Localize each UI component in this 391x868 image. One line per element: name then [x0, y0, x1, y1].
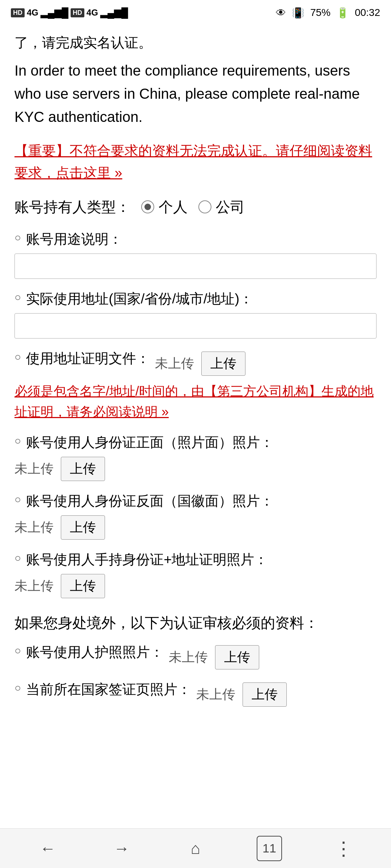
- radio-company-circle[interactable]: [198, 200, 211, 213]
- radio-company[interactable]: 公司: [198, 197, 245, 217]
- upload-row-5: 未上传 上传: [14, 515, 377, 540]
- time-display: 00:32: [355, 7, 380, 18]
- signal-bars-2: ▂▄▆█: [100, 7, 128, 18]
- bullet-8: ○: [14, 682, 21, 694]
- status-right: 👁 📳 75% 🔋 00:32: [276, 7, 380, 19]
- field-id-holding-label: ○ 账号使用人手持身份证+地址证明照片：: [14, 550, 377, 569]
- upload-btn-4[interactable]: 上传: [61, 457, 105, 481]
- upload-btn-7[interactable]: 上传: [215, 645, 259, 669]
- status-left: HD 4G ▂▄▆█ HD 4G ▂▄▆█: [11, 7, 128, 18]
- not-uploaded-8: 未上传: [196, 686, 235, 703]
- field-address-doc: ○ 使用地址证明文件： 未上传 上传 必须是包含名字/地址/时间的，由【第三方公…: [14, 349, 377, 422]
- back-icon: ←: [40, 839, 56, 858]
- not-uploaded-4: 未上传: [14, 460, 54, 478]
- field-id-back-label: ○ 账号使用人身份证反面（国徽面）照片：: [14, 492, 377, 510]
- field-id-front: ○ 账号使用人身份证正面（照片面）照片： 未上传 上传: [14, 433, 377, 481]
- hd-badge-1: HD: [11, 8, 25, 17]
- field-visa: ○ 当前所在国家签证页照片： 未上传 上传: [14, 680, 377, 707]
- upload-btn-5[interactable]: 上传: [61, 515, 105, 540]
- overseas-note: 如果您身处境外，以下为认证审核必须的资料：: [14, 611, 377, 634]
- tabs-button[interactable]: 11: [255, 834, 284, 863]
- address-doc-link[interactable]: 必须是包含名字/地址/时间的，由【第三方公司机构】生成的地址证明，请务必阅读说明…: [14, 381, 377, 422]
- upload-row-6: 未上传 上传: [14, 574, 377, 598]
- not-uploaded-5: 未上传: [14, 519, 54, 536]
- radio-personal[interactable]: 个人: [141, 197, 188, 217]
- field-address-doc-label: ○ 使用地址证明文件： 未上传 上传: [14, 349, 377, 376]
- important-link[interactable]: 【重要】不符合要求的资料无法完成认证。请仔细阅读资料要求，点击这里 »: [14, 140, 377, 184]
- purpose-input[interactable]: [14, 254, 377, 279]
- radio-personal-circle[interactable]: [141, 200, 154, 213]
- battery-icon: 🔋: [336, 7, 349, 19]
- account-type-row: 账号持有人类型： 个人 公司: [14, 197, 377, 217]
- not-uploaded-3: 未上传: [155, 355, 194, 373]
- signal-bars-1: ▂▄▆█: [41, 7, 68, 18]
- upload-row-7: 未上传 上传: [169, 645, 259, 669]
- not-uploaded-7: 未上传: [169, 648, 208, 666]
- compliance-text: In order to meet the compliance requirem…: [14, 59, 377, 128]
- forward-icon: →: [114, 839, 130, 858]
- field-purpose: ○ 账号用途说明：: [14, 230, 377, 279]
- upload-row-8: 未上传 上传: [196, 682, 287, 707]
- upload-row-4: 未上传 上传: [14, 457, 377, 481]
- bullet-6: ○: [14, 552, 21, 564]
- bullet-1: ○: [14, 231, 21, 244]
- tab-count: 11: [257, 836, 282, 861]
- hd-badge-2: HD: [71, 8, 84, 17]
- bottom-nav: ← → ⌂ 11 ⋮: [0, 828, 391, 868]
- signal-4g-2: 4G: [87, 8, 98, 18]
- field-purpose-label: ○ 账号用途说明：: [14, 230, 377, 248]
- not-uploaded-6: 未上传: [14, 577, 54, 595]
- menu-button[interactable]: ⋮: [329, 834, 358, 863]
- forward-button[interactable]: →: [107, 834, 136, 863]
- bullet-4: ○: [14, 435, 21, 447]
- back-button[interactable]: ←: [33, 834, 62, 863]
- address-input[interactable]: [14, 313, 377, 339]
- vibrate-icon: 📳: [292, 7, 304, 19]
- main-content: 了，请完成实名认证。 In order to meet the complian…: [0, 25, 391, 779]
- top-partial-text: 了，请完成实名认证。: [14, 33, 377, 53]
- field-id-front-label: ○ 账号使用人身份证正面（照片面）照片：: [14, 433, 377, 452]
- battery-level: 75%: [310, 7, 331, 18]
- upload-row-3: 未上传 上传: [155, 352, 245, 376]
- field-id-holding: ○ 账号使用人手持身份证+地址证明照片： 未上传 上传: [14, 550, 377, 598]
- field-passport-label: ○ 账号使用人护照照片： 未上传 上传: [14, 643, 377, 669]
- field-visa-label: ○ 当前所在国家签证页照片： 未上传 上传: [14, 680, 377, 707]
- upload-btn-3[interactable]: 上传: [201, 352, 245, 376]
- field-address-label: ○ 实际使用地址(国家/省份/城市/地址)：: [14, 290, 377, 308]
- upload-btn-6[interactable]: 上传: [61, 574, 105, 598]
- field-id-back: ○ 账号使用人身份证反面（国徽面）照片： 未上传 上传: [14, 492, 377, 540]
- home-icon: ⌂: [191, 839, 201, 858]
- bullet-7: ○: [14, 644, 21, 657]
- eye-icon: 👁: [276, 7, 286, 19]
- menu-icon: ⋮: [334, 838, 352, 859]
- account-type-label: 账号持有人类型：: [14, 197, 130, 217]
- upload-btn-8[interactable]: 上传: [243, 682, 287, 707]
- bullet-3: ○: [14, 351, 21, 363]
- bullet-2: ○: [14, 291, 21, 303]
- field-address: ○ 实际使用地址(国家/省份/城市/地址)：: [14, 290, 377, 339]
- field-passport: ○ 账号使用人护照照片： 未上传 上传: [14, 643, 377, 669]
- signal-4g-1: 4G: [27, 8, 38, 18]
- status-bar: HD 4G ▂▄▆█ HD 4G ▂▄▆█ 👁 📳 75% 🔋 00:32: [0, 0, 391, 25]
- home-button[interactable]: ⌂: [181, 834, 210, 863]
- bullet-5: ○: [14, 493, 21, 506]
- radio-company-label: 公司: [216, 197, 245, 217]
- radio-personal-label: 个人: [159, 197, 188, 217]
